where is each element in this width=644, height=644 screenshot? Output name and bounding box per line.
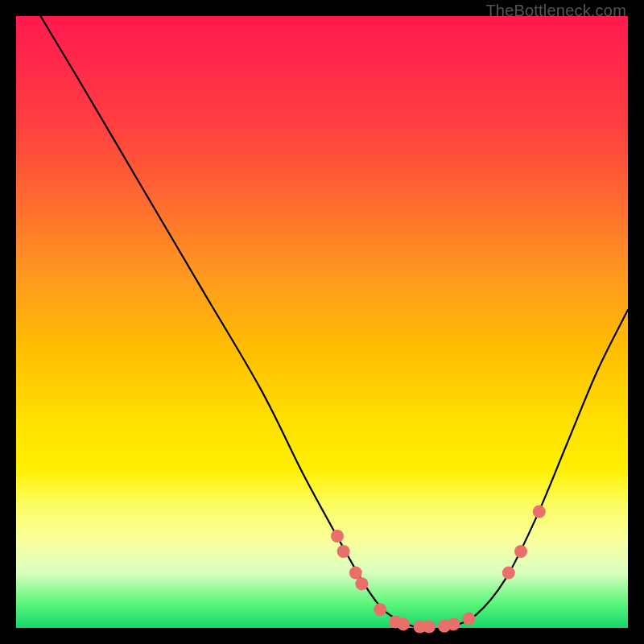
curve-markers [331, 506, 546, 634]
curve-marker [502, 567, 515, 580]
curve-marker [423, 620, 436, 633]
curve-marker [331, 530, 344, 543]
chart-frame: TheBottleneck.com [0, 0, 644, 644]
curve-marker [374, 603, 386, 616]
curve-marker [337, 545, 350, 558]
curve-marker [349, 567, 362, 580]
curve-marker [514, 545, 527, 558]
curve-marker [462, 613, 475, 625]
chart-overlay [16, 16, 628, 628]
curve-marker [533, 506, 546, 518]
curve-marker [397, 617, 410, 630]
chart-plot-area [16, 16, 628, 628]
curve-marker [447, 617, 460, 630]
curve-marker [355, 577, 368, 590]
